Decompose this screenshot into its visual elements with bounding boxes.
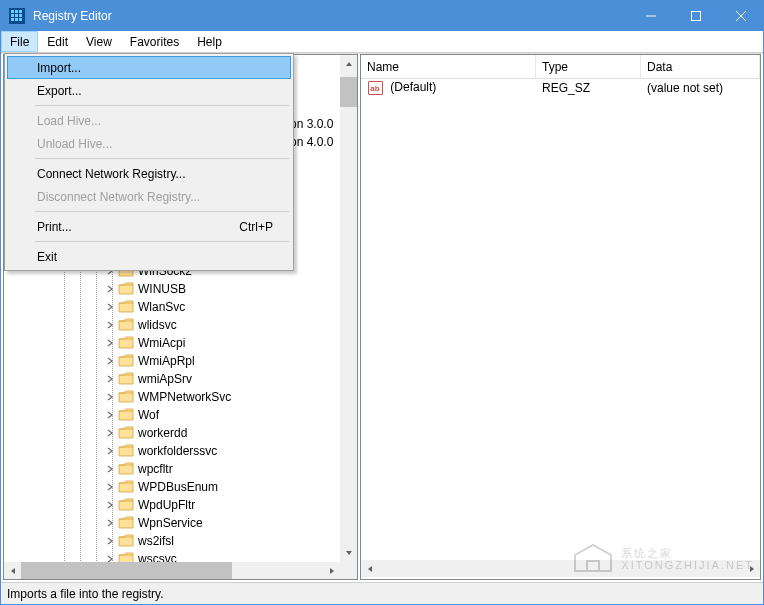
cell-name: ab (Default) — [361, 80, 536, 97]
menu-item-label: Import... — [37, 61, 81, 75]
list-pane[interactable]: Name Type Data ab (Default) REG_SZ (valu… — [360, 54, 761, 580]
svg-rect-10 — [691, 12, 700, 21]
tree-label: WlanSvc — [138, 300, 185, 314]
tree-item[interactable]: WpnService — [4, 514, 357, 532]
chevron-right-icon[interactable] — [104, 357, 116, 365]
folder-icon — [118, 462, 134, 476]
horizontal-scrollbar[interactable] — [4, 562, 340, 579]
chevron-right-icon[interactable] — [104, 537, 116, 545]
menu-item-connect-network[interactable]: Connect Network Registry... — [7, 162, 291, 185]
chevron-right-icon[interactable] — [104, 375, 116, 383]
cell-data: (value not set) — [641, 81, 760, 95]
svg-rect-8 — [19, 18, 22, 21]
tree-label: Wof — [138, 408, 159, 422]
tree-item[interactable]: WpdUpFltr — [4, 496, 357, 514]
horizontal-scrollbar[interactable] — [361, 560, 760, 577]
column-header-data[interactable]: Data — [641, 55, 760, 78]
chevron-right-icon[interactable] — [104, 447, 116, 455]
scroll-left-button[interactable] — [4, 562, 21, 579]
folder-icon — [118, 282, 134, 296]
statusbar: Imports a file into the registry. — [1, 582, 763, 604]
menu-item-label: Print... — [37, 220, 72, 234]
minimize-button[interactable] — [628, 1, 673, 31]
list-row[interactable]: ab (Default) REG_SZ (value not set) — [361, 79, 760, 97]
scroll-thumb[interactable] — [340, 77, 357, 107]
svg-rect-2 — [19, 10, 22, 13]
file-dropdown: Import... Export... Load Hive... Unload … — [4, 53, 294, 271]
svg-rect-1 — [15, 10, 18, 13]
svg-rect-3 — [11, 14, 14, 17]
folder-icon — [118, 444, 134, 458]
chevron-right-icon[interactable] — [104, 429, 116, 437]
folder-icon — [118, 534, 134, 548]
menu-file[interactable]: File — [1, 31, 38, 52]
chevron-right-icon[interactable] — [104, 285, 116, 293]
folder-icon — [118, 516, 134, 530]
scroll-up-button[interactable] — [340, 55, 357, 72]
app-icon — [9, 8, 25, 24]
scroll-left-button[interactable] — [361, 560, 378, 577]
tree-item[interactable]: WmiApRpl — [4, 352, 357, 370]
folder-icon — [118, 318, 134, 332]
tree-item[interactable]: WPDBusEnum — [4, 478, 357, 496]
chevron-right-icon[interactable] — [104, 465, 116, 473]
menu-help[interactable]: Help — [188, 31, 231, 52]
tree-item[interactable]: WlanSvc — [4, 298, 357, 316]
menu-favorites[interactable]: Favorites — [121, 31, 188, 52]
chevron-right-icon[interactable] — [104, 393, 116, 401]
tree-item[interactable]: WMPNetworkSvc — [4, 388, 357, 406]
chevron-right-icon[interactable] — [104, 501, 116, 509]
tree-item[interactable]: ws2ifsl — [4, 532, 357, 550]
value-name: (Default) — [390, 80, 436, 94]
folder-icon — [118, 372, 134, 386]
chevron-right-icon[interactable] — [104, 519, 116, 527]
scroll-track[interactable] — [21, 562, 323, 579]
titlebar[interactable]: Registry Editor — [1, 1, 763, 31]
tree-label: workerdd — [138, 426, 187, 440]
tree-item[interactable]: workerdd — [4, 424, 357, 442]
maximize-button[interactable] — [673, 1, 718, 31]
tree-item[interactable]: wlidsvc — [4, 316, 357, 334]
scroll-down-button[interactable] — [340, 544, 357, 561]
column-header-type[interactable]: Type — [536, 55, 641, 78]
svg-rect-0 — [11, 10, 14, 13]
chevron-right-icon[interactable] — [104, 321, 116, 329]
tree-item[interactable]: Wof — [4, 406, 357, 424]
menu-item-label: Connect Network Registry... — [37, 167, 186, 181]
tree-item[interactable]: wmiApSrv — [4, 370, 357, 388]
menu-item-exit[interactable]: Exit — [7, 245, 291, 268]
menu-item-export[interactable]: Export... — [7, 79, 291, 102]
tree-item[interactable]: WINUSB — [4, 280, 357, 298]
menu-item-load-hive: Load Hive... — [7, 109, 291, 132]
column-header-name[interactable]: Name — [361, 55, 536, 78]
string-value-icon: ab — [367, 80, 383, 96]
registry-editor-window: Registry Editor File Edit View Favorites… — [0, 0, 764, 605]
scroll-track[interactable] — [340, 72, 357, 544]
tree-item[interactable]: WmiAcpi — [4, 334, 357, 352]
vertical-scrollbar[interactable] — [340, 55, 357, 561]
svg-rect-6 — [11, 18, 14, 21]
chevron-right-icon[interactable] — [104, 339, 116, 347]
tree-item[interactable]: workfolderssvc — [4, 442, 357, 460]
menu-item-print[interactable]: Print...Ctrl+P — [7, 215, 291, 238]
menu-separator — [35, 211, 289, 212]
tree-label: WmiApRpl — [138, 354, 195, 368]
chevron-right-icon[interactable] — [104, 483, 116, 491]
scroll-thumb[interactable] — [21, 562, 232, 579]
menu-edit[interactable]: Edit — [38, 31, 77, 52]
chevron-right-icon[interactable] — [104, 303, 116, 311]
scroll-right-button[interactable] — [743, 560, 760, 577]
window-buttons — [628, 1, 763, 31]
chevron-right-icon[interactable] — [104, 411, 116, 419]
menu-item-label: Disconnect Network Registry... — [37, 190, 200, 204]
scroll-right-button[interactable] — [323, 562, 340, 579]
tree-label: workfolderssvc — [138, 444, 217, 458]
folder-icon — [118, 354, 134, 368]
close-button[interactable] — [718, 1, 763, 31]
tree-item[interactable]: wpcfltr — [4, 460, 357, 478]
menu-view[interactable]: View — [77, 31, 121, 52]
menu-item-import[interactable]: Import... — [7, 56, 291, 79]
menu-separator — [35, 241, 289, 242]
menu-item-label: Export... — [37, 84, 82, 98]
scroll-track[interactable] — [378, 560, 743, 577]
